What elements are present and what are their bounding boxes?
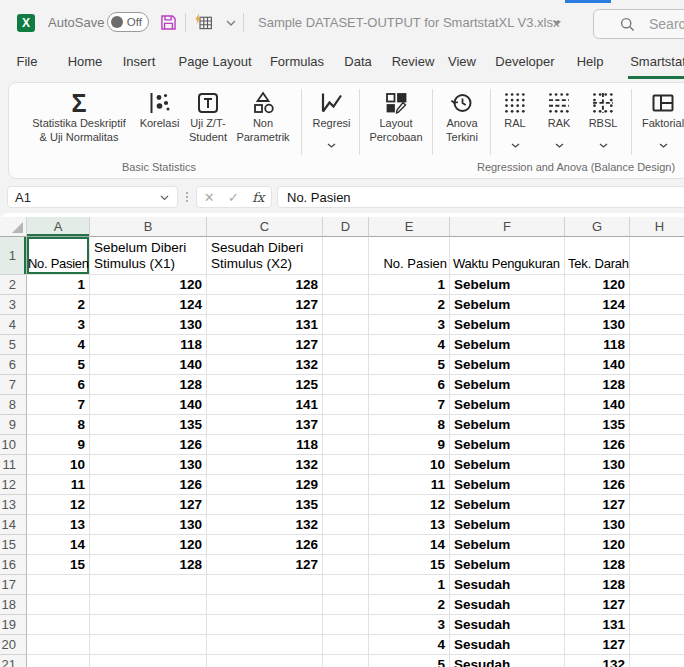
cell-C9[interactable]: 137: [207, 415, 323, 435]
chevron-down-icon[interactable]: [226, 20, 236, 26]
cell-F4[interactable]: Sebelum: [450, 315, 565, 335]
cell-G11[interactable]: 130: [565, 455, 630, 475]
tab-formulas[interactable]: Formulas: [270, 48, 324, 76]
cell-A14[interactable]: 13: [27, 515, 90, 535]
cell-C21[interactable]: [207, 655, 323, 667]
cell-G1[interactable]: Tek. Darah: [565, 237, 630, 275]
save-icon[interactable]: [158, 12, 179, 33]
cell-A21[interactable]: [27, 655, 90, 667]
cell-G15[interactable]: 120: [565, 535, 630, 555]
cell-C2[interactable]: 128: [207, 275, 323, 295]
cell-G9[interactable]: 135: [565, 415, 630, 435]
cell-D17[interactable]: [323, 575, 369, 595]
cell-F14[interactable]: Sebelum: [450, 515, 565, 535]
cell-F2[interactable]: Sebelum: [450, 275, 565, 295]
cell-D8[interactable]: [323, 395, 369, 415]
row-header-3[interactable]: 3: [0, 295, 27, 315]
cell-G16[interactable]: 128: [565, 555, 630, 575]
cell-F6[interactable]: Sebelum: [450, 355, 565, 375]
cell-C18[interactable]: [207, 595, 323, 615]
cell-C10[interactable]: 118: [207, 435, 323, 455]
cell-D12[interactable]: [323, 475, 369, 495]
cell-D16[interactable]: [323, 555, 369, 575]
excel-app-icon[interactable]: X: [17, 14, 35, 32]
cell-C13[interactable]: 135: [207, 495, 323, 515]
cell-G6[interactable]: 140: [565, 355, 630, 375]
tab-view[interactable]: View: [448, 48, 476, 76]
tab-data[interactable]: Data: [344, 48, 371, 76]
tab-smartstat[interactable]: Smartstat: [630, 48, 684, 76]
cell-C8[interactable]: 141: [207, 395, 323, 415]
row-header-16[interactable]: 16: [0, 555, 27, 575]
cell-F18[interactable]: Sesudah: [450, 595, 565, 615]
cell-E17[interactable]: 1: [369, 575, 450, 595]
cell-B13[interactable]: 127: [90, 495, 207, 515]
tab-insert[interactable]: Insert: [123, 48, 156, 76]
cell-G2[interactable]: 120: [565, 275, 630, 295]
cell-G7[interactable]: 128: [565, 375, 630, 395]
cell-A6[interactable]: 5: [27, 355, 90, 375]
select-all-corner[interactable]: [0, 217, 27, 237]
cell-E10[interactable]: 9: [369, 435, 450, 455]
cell-F8[interactable]: Sebelum: [450, 395, 565, 415]
cell-D5[interactable]: [323, 335, 369, 355]
column-header-e[interactable]: E: [369, 217, 450, 237]
cell-F1[interactable]: Waktu Pengukuran: [450, 237, 565, 275]
cell-H12[interactable]: [630, 475, 684, 495]
cell-C1[interactable]: Sesudah Diberi Stimulus (X2): [207, 237, 323, 275]
document-title[interactable]: Sample DATASET-OUTPUT for SmartstatXL V3…: [258, 15, 559, 30]
row-header-14[interactable]: 14: [0, 515, 27, 535]
ribbon-button-rak[interactable]: RAK: [539, 87, 579, 159]
cell-D10[interactable]: [323, 435, 369, 455]
cell-D14[interactable]: [323, 515, 369, 535]
autosave-toggle[interactable]: Off: [107, 12, 149, 32]
column-header-h[interactable]: H: [630, 217, 684, 237]
cell-F9[interactable]: Sebelum: [450, 415, 565, 435]
cell-D18[interactable]: [323, 595, 369, 615]
cell-C12[interactable]: 129: [207, 475, 323, 495]
cell-G17[interactable]: 128: [565, 575, 630, 595]
cell-E2[interactable]: 1: [369, 275, 450, 295]
row-header-11[interactable]: 11: [0, 455, 27, 475]
cell-G19[interactable]: 131: [565, 615, 630, 635]
cell-E9[interactable]: 8: [369, 415, 450, 435]
cell-B10[interactable]: 126: [90, 435, 207, 455]
cell-A17[interactable]: [27, 575, 90, 595]
cell-B9[interactable]: 135: [90, 415, 207, 435]
row-header-12[interactable]: 12: [0, 475, 27, 495]
cell-A5[interactable]: 4: [27, 335, 90, 355]
cell-D1[interactable]: [323, 237, 369, 275]
cell-F19[interactable]: Sesudah: [450, 615, 565, 635]
cell-G21[interactable]: 132: [565, 655, 630, 667]
row-header-5[interactable]: 5: [0, 335, 27, 355]
row-header-4[interactable]: 4: [0, 315, 27, 335]
cell-D13[interactable]: [323, 495, 369, 515]
cell-B2[interactable]: 120: [90, 275, 207, 295]
ribbon-button-ral[interactable]: RAL: [495, 87, 535, 159]
cell-F3[interactable]: Sebelum: [450, 295, 565, 315]
cell-H3[interactable]: [630, 295, 684, 315]
cell-F21[interactable]: Sesudah: [450, 655, 565, 667]
cell-E18[interactable]: 2: [369, 595, 450, 615]
ribbon-button-regresi[interactable]: Regresi: [309, 87, 354, 159]
cell-A15[interactable]: 14: [27, 535, 90, 555]
cell-C19[interactable]: [207, 615, 323, 635]
cell-B19[interactable]: [90, 615, 207, 635]
cell-E14[interactable]: 13: [369, 515, 450, 535]
cell-A16[interactable]: 15: [27, 555, 90, 575]
cell-A18[interactable]: [27, 595, 90, 615]
ribbon-button-faktorial[interactable]: Faktorial: [635, 87, 684, 159]
cell-G10[interactable]: 126: [565, 435, 630, 455]
ribbon-button-layout-percobaan[interactable]: LayoutPercobaan: [363, 87, 429, 159]
cell-E16[interactable]: 15: [369, 555, 450, 575]
cell-H2[interactable]: [630, 275, 684, 295]
cell-H6[interactable]: [630, 355, 684, 375]
cell-E13[interactable]: 12: [369, 495, 450, 515]
row-header-10[interactable]: 10: [0, 435, 27, 455]
cell-E19[interactable]: 3: [369, 615, 450, 635]
quick-table-icon[interactable]: [193, 12, 214, 33]
cell-G3[interactable]: 124: [565, 295, 630, 315]
row-header-7[interactable]: 7: [0, 375, 27, 395]
cell-G4[interactable]: 130: [565, 315, 630, 335]
cell-H15[interactable]: [630, 535, 684, 555]
